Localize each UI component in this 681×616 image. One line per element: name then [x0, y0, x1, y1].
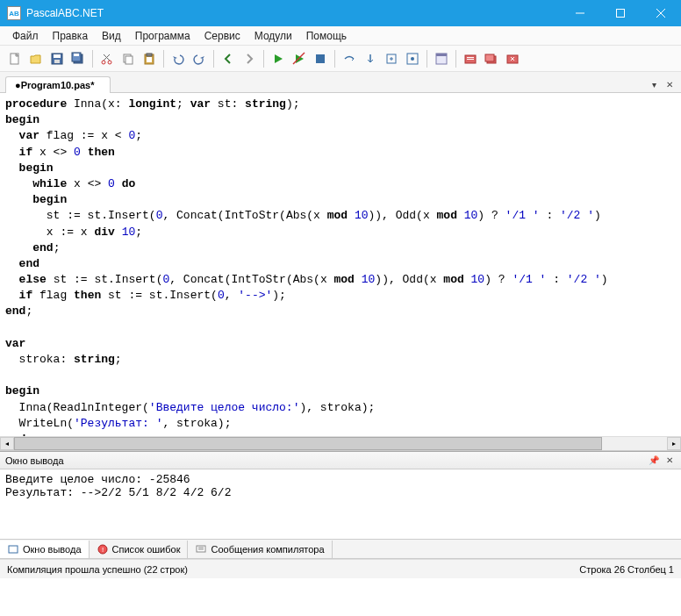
save-icon[interactable]	[47, 49, 67, 68]
undo-icon[interactable]	[168, 49, 188, 68]
tabbar: ●Program10.pas* ▾ ✕	[0, 72, 681, 93]
tab-close-icon[interactable]: ✕	[663, 78, 676, 90]
statusbar: Компиляция прошла успешно (22 строк) Стр…	[0, 559, 681, 578]
output-title: Окно вывода	[5, 455, 64, 466]
compile-all-icon[interactable]	[482, 49, 501, 68]
app-icon: AB	[7, 6, 21, 20]
scroll-right-icon[interactable]: ▸	[667, 437, 681, 450]
scroll-left-icon[interactable]: ◂	[0, 437, 14, 450]
toolbar	[0, 46, 681, 72]
scroll-thumb[interactable]	[14, 437, 602, 450]
maximize-button[interactable]	[600, 0, 641, 26]
save-all-icon[interactable]	[68, 49, 88, 68]
svg-rect-16	[125, 56, 133, 64]
bottom-tab-messages-label: Сообщения компилятора	[211, 544, 324, 555]
nav-back-icon[interactable]	[219, 49, 238, 68]
output-close-icon[interactable]: ✕	[663, 455, 676, 467]
svg-rect-34	[9, 546, 18, 553]
new-file-icon[interactable]	[5, 49, 25, 68]
svg-rect-30	[467, 59, 474, 60]
svg-rect-27	[436, 54, 447, 56]
status-left: Компиляция прошла успешно (22 строк)	[7, 564, 579, 575]
run-no-debug-icon[interactable]	[290, 49, 309, 68]
breakpoint-icon[interactable]	[403, 49, 422, 68]
bottom-tabs: Окно вывода ! Список ошибок Сообщения ко…	[0, 540, 681, 559]
tab-program10[interactable]: ●Program10.pas*	[5, 76, 111, 93]
code-editor[interactable]: procedure Inna(x: longint; var st: strin…	[0, 93, 681, 451]
horizontal-scrollbar[interactable]: ◂ ▸	[0, 436, 681, 450]
svg-rect-29	[467, 57, 474, 58]
output-text[interactable]: Введите целое число: -25846 Результат: -…	[0, 469, 681, 540]
code-content[interactable]: procedure Inna(x: longint; var st: strin…	[0, 93, 681, 436]
menu-modules[interactable]: Модули	[247, 28, 299, 44]
menu-edit[interactable]: Правка	[46, 28, 96, 44]
svg-point-14	[108, 61, 111, 64]
svg-rect-10	[74, 54, 79, 56]
menu-file[interactable]: Файл	[5, 28, 46, 44]
close-button[interactable]	[641, 0, 681, 26]
errors-tab-icon: !	[97, 543, 109, 555]
run-icon[interactable]	[269, 49, 288, 68]
step-over-icon[interactable]	[340, 49, 359, 68]
output-panel: Окно вывода 📌 ✕ Введите целое число: -25…	[0, 451, 681, 559]
svg-point-25	[411, 57, 414, 61]
compile-icon[interactable]	[461, 49, 480, 68]
form-designer-icon[interactable]	[432, 49, 451, 68]
app-title: PascalABC.NET	[26, 7, 560, 19]
step-into-icon[interactable]	[361, 49, 380, 68]
svg-rect-6	[54, 54, 61, 58]
svg-rect-1	[617, 10, 625, 18]
menu-help[interactable]: Помощь	[299, 28, 354, 44]
menu-program[interactable]: Программа	[128, 28, 197, 44]
titlebar: AB PascalABC.NET	[0, 0, 681, 26]
status-right: Строка 26 Столбец 1	[579, 564, 674, 575]
redo-icon[interactable]	[190, 49, 209, 68]
open-file-icon[interactable]	[26, 49, 46, 68]
bottom-tab-output-label: Окно вывода	[23, 544, 82, 555]
pin-icon[interactable]: 📌	[648, 455, 660, 467]
bottom-tab-messages[interactable]: Сообщения компилятора	[188, 541, 332, 558]
menubar: Файл Правка Вид Программа Сервис Модули …	[0, 26, 681, 46]
svg-rect-32	[485, 54, 494, 61]
svg-text:!: !	[101, 546, 103, 554]
copy-icon[interactable]	[118, 49, 138, 68]
output-tab-icon	[7, 543, 19, 555]
step-out-icon[interactable]	[382, 49, 401, 68]
minimize-button[interactable]	[560, 0, 600, 26]
svg-point-13	[102, 61, 105, 64]
bottom-tab-errors-label: Список ошибок	[112, 544, 181, 555]
bottom-tab-output[interactable]: Окно вывода	[0, 541, 90, 558]
output-header: Окно вывода 📌 ✕	[0, 452, 681, 469]
svg-rect-18	[147, 54, 152, 56]
build-icon[interactable]	[503, 49, 522, 68]
bottom-tab-errors[interactable]: ! Список ошибок	[90, 541, 189, 558]
cut-icon[interactable]	[97, 49, 117, 68]
messages-tab-icon	[195, 543, 207, 555]
svg-rect-19	[147, 57, 152, 62]
tab-dropdown-icon[interactable]: ▾	[648, 78, 660, 90]
svg-rect-21	[316, 54, 325, 63]
menu-view[interactable]: Вид	[95, 28, 128, 44]
paste-icon[interactable]	[140, 49, 159, 68]
svg-rect-7	[54, 60, 60, 63]
nav-forward-icon[interactable]	[240, 49, 259, 68]
menu-service[interactable]: Сервис	[197, 28, 247, 44]
stop-icon[interactable]	[311, 49, 330, 68]
